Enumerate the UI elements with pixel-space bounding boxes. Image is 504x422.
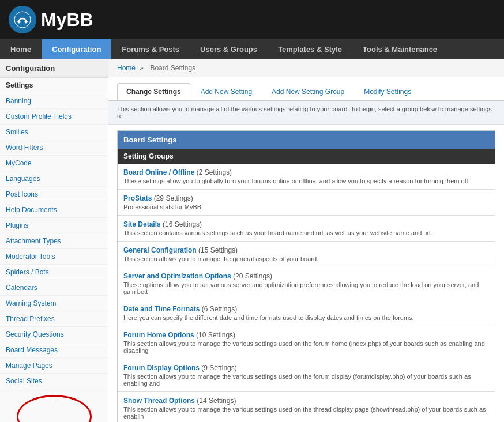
setting-count: (15 Settings) <box>198 246 238 254</box>
setting-count: (16 Settings) <box>163 220 202 228</box>
sidebar-item-spiders-bots[interactable]: Spiders / Bots <box>0 265 108 280</box>
setting-group-desc: Professional stats for MyBB. <box>123 204 489 210</box>
setting-count: (6 Settings) <box>202 305 237 313</box>
setting-group-desc: This section allows you to manage the va… <box>123 340 489 354</box>
sidebar-item-moderator-tools[interactable]: Moderator Tools <box>0 249 108 265</box>
setting-group-link[interactable]: Board Online / Offline <box>123 168 194 176</box>
nav-forums-posts[interactable]: Forums & Posts <box>111 39 190 59</box>
board-settings-panel: Board Settings Setting Groups Board Onli… <box>117 130 495 422</box>
svg-point-2 <box>25 21 28 24</box>
sidebar-item-banning[interactable]: Banning <box>0 93 108 109</box>
sidebar-item-security-questions[interactable]: Security Questions <box>0 327 108 342</box>
setting-group-row: Forum Home Options (10 Settings) This se… <box>118 326 495 359</box>
logo-icon <box>9 6 36 33</box>
setting-group-row: Show Thread Options (14 Settings) This s… <box>118 392 495 422</box>
red-circle-annotation <box>17 395 92 422</box>
sidebar-item-help-documents[interactable]: Help Documents <box>0 202 108 218</box>
nav-configuration[interactable]: Configuration <box>42 39 111 59</box>
sidebar-item-calendars[interactable]: Calendars <box>0 280 108 296</box>
setting-group-row: Site Details (16 Settings) This section … <box>118 216 495 242</box>
section-description: This section allows you to manage all of… <box>108 101 504 125</box>
breadcrumb-current: Board Settings <box>150 64 195 72</box>
tab-add-new-setting-group[interactable]: Add New Setting Group <box>262 83 353 100</box>
setting-group-link[interactable]: Date and Time Formats <box>123 305 200 313</box>
setting-group-link[interactable]: Server and Optimization Options <box>123 272 231 280</box>
header: MyBB <box>0 0 504 39</box>
setting-group-row: Forum Display Options (9 Settings) This … <box>118 359 495 392</box>
setting-count: (10 Settings) <box>196 331 235 339</box>
setting-group-row: ProStats (29 Settings) Professional stat… <box>118 190 495 216</box>
sidebar-item-warning-system[interactable]: Warning System <box>0 296 108 311</box>
nav-bar: Home Configuration Forums & Posts Users … <box>0 39 504 59</box>
setting-count: (20 Settings) <box>233 272 272 280</box>
setting-group-desc: Here you can specify the different date … <box>123 314 489 321</box>
content-area: Configuration Settings Banning Custom Pr… <box>0 59 504 422</box>
setting-group-desc: These options allow you to set various s… <box>123 281 489 295</box>
setting-group-link[interactable]: General Configuration <box>123 246 197 254</box>
breadcrumb: Home » Board Settings <box>108 59 504 77</box>
sidebar: Configuration Settings Banning Custom Pr… <box>0 59 108 422</box>
sidebar-item-plugins[interactable]: Plugins <box>0 218 108 233</box>
sidebar-item-attachment-types[interactable]: Attachment Types <box>0 233 108 249</box>
setting-groups-header: Setting Groups <box>118 149 495 164</box>
setting-group-row: Server and Optimization Options (20 Sett… <box>118 267 495 300</box>
setting-group-desc: This section contains various settings s… <box>123 229 489 236</box>
setting-group-link[interactable]: Forum Display Options <box>123 364 200 372</box>
setting-count: (9 Settings) <box>201 364 236 372</box>
svg-point-1 <box>18 21 21 24</box>
sidebar-item-manage-pages[interactable]: Manage Pages <box>0 358 108 374</box>
sidebar-item-mycode[interactable]: MyCode <box>0 156 108 171</box>
sidebar-item-board-messages[interactable]: Board Messages <box>0 342 108 358</box>
nav-users-groups[interactable]: Users & Groups <box>190 39 268 59</box>
breadcrumb-separator: » <box>140 64 144 72</box>
sidebar-item-languages[interactable]: Languages <box>0 171 108 187</box>
sidebar-subtitle: Settings <box>0 78 108 93</box>
tab-modify-settings[interactable]: Modify Settings <box>355 83 420 100</box>
setting-group-link[interactable]: Show Thread Options <box>123 397 195 405</box>
svg-point-0 <box>14 12 31 28</box>
setting-group-desc: This section allows you to manage the va… <box>123 373 489 387</box>
breadcrumb-home[interactable]: Home <box>117 64 136 72</box>
tab-add-new-setting[interactable]: Add New Setting <box>191 83 261 100</box>
sidebar-item-smilies[interactable]: Smilies <box>0 125 108 140</box>
sidebar-item-post-icons[interactable]: Post Icons <box>0 187 108 202</box>
setting-groups-list: Board Online / Offline (2 Settings) Thes… <box>118 164 495 422</box>
setting-group-link[interactable]: Site Details <box>123 220 161 228</box>
tabs-bar: Change Settings Add New Setting Add New … <box>108 77 504 101</box>
sidebar-item-custom-profile-fields[interactable]: Custom Profile Fields <box>0 109 108 125</box>
setting-group-link[interactable]: ProStats <box>123 194 152 202</box>
tab-change-settings[interactable]: Change Settings <box>117 83 190 100</box>
sidebar-section-title: Configuration <box>0 59 108 78</box>
sidebar-item-word-filters[interactable]: Word Filters <box>0 140 108 156</box>
sidebar-item-thread-prefixes[interactable]: Thread Prefixes <box>0 311 108 327</box>
main-content: Home » Board Settings Change Settings Ad… <box>108 59 504 422</box>
setting-count: (14 Settings) <box>197 397 236 405</box>
setting-count: (29 Settings) <box>154 194 193 202</box>
setting-group-desc: This section allows you to manage the va… <box>123 406 489 420</box>
logo-area: MyBB <box>9 6 93 33</box>
nav-tools-maintenance[interactable]: Tools & Maintenance <box>352 39 447 59</box>
setting-count: (2 Settings) <box>197 168 232 176</box>
setting-group-desc: This section allows you to manage the ge… <box>123 255 489 262</box>
setting-group-desc: These settings allow you to globally tur… <box>123 178 489 184</box>
logo-text: MyBB <box>41 9 93 31</box>
board-settings-header: Board Settings <box>118 131 495 149</box>
setting-group-row: Date and Time Formats (6 Settings) Here … <box>118 300 495 326</box>
nav-templates-style[interactable]: Templates & Style <box>268 39 352 59</box>
nav-home[interactable]: Home <box>0 39 42 59</box>
sidebar-item-social-sites[interactable]: Social Sites <box>0 374 108 389</box>
setting-group-row: Board Online / Offline (2 Settings) Thes… <box>118 164 495 190</box>
setting-group-row: General Configuration (15 Settings) This… <box>118 242 495 267</box>
setting-group-link[interactable]: Forum Home Options <box>123 331 194 339</box>
